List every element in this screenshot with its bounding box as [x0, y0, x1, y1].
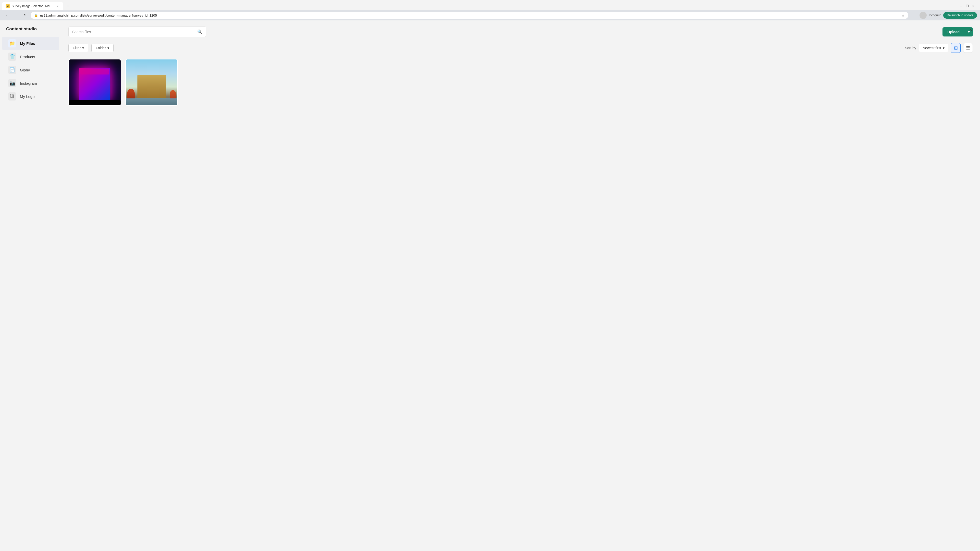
window-controls: – ❐ ×	[959, 4, 978, 8]
app-container: × Content studio 📁 My Files 👕 Products 📄…	[0, 21, 980, 551]
image-card[interactable]	[68, 59, 121, 106]
list-view-button[interactable]: ☰	[963, 43, 973, 53]
folder-chevron-icon: ▾	[107, 46, 109, 50]
toolbar-row: Filter ▾ Folder ▾ Sort by Newest first ▾…	[68, 43, 973, 53]
sidebar-item-giphy[interactable]: 📄 Giphy	[2, 63, 59, 76]
crowd-silhouette	[69, 100, 121, 105]
active-tab[interactable]: M Survey Image Selector | Mailchi... ×	[2, 2, 63, 10]
upload-button[interactable]: Upload	[942, 27, 965, 37]
profile-button[interactable]	[920, 12, 927, 19]
tab-title: Survey Image Selector | Mailchi...	[12, 4, 54, 8]
browser-actions: ⋮ Incognito Relaunch to update	[910, 12, 977, 19]
sidebar-item-products[interactable]: 👕 Products	[2, 50, 59, 63]
instagram-icon: 📷	[8, 79, 16, 87]
night-building	[80, 68, 110, 100]
sidebar-item-label: My Logo	[20, 94, 35, 99]
folder-label: Folder	[96, 46, 106, 50]
grid-icon: ⊞	[954, 45, 958, 51]
content-area: 🔍 Upload ▾ Filter ▾ Folder ▾ Sor	[61, 21, 980, 551]
sort-value: Newest first	[923, 46, 941, 50]
sidebar-item-my-files[interactable]: 📁 My Files	[2, 37, 59, 50]
search-icon: 🔍	[197, 29, 202, 34]
back-button[interactable]: ‹	[3, 12, 10, 19]
image-card[interactable]	[125, 59, 178, 106]
main-layout: Content studio 📁 My Files 👕 Products 📄 G…	[0, 21, 980, 551]
url-text: us21.admin.mailchimp.com/lists/surveys/e…	[40, 14, 899, 17]
sidebar-item-label: Instagram	[20, 81, 37, 86]
filter-button[interactable]: Filter ▾	[68, 44, 88, 52]
products-icon: 👕	[8, 52, 16, 61]
tab-favicon: M	[6, 4, 10, 8]
lock-icon: 🔒	[34, 14, 38, 17]
sort-chevron-icon: ▾	[943, 46, 945, 50]
sidebar-item-label: My Files	[20, 41, 35, 46]
sidebar-item-label: Giphy	[20, 68, 30, 72]
forward-button[interactable]: ›	[12, 12, 19, 19]
list-icon: ☰	[966, 45, 970, 51]
search-row: 🔍 Upload ▾	[68, 27, 973, 37]
maximize-button[interactable]: ❐	[965, 4, 969, 8]
sidebar-item-my-logo[interactable]: 🖼 My Logo	[2, 90, 59, 103]
relaunch-button[interactable]: Relaunch to update	[943, 12, 977, 19]
browser-chrome: M Survey Image Selector | Mailchi... × +…	[0, 0, 980, 21]
extensions-button[interactable]: ⋮	[910, 12, 918, 19]
sort-by-label: Sort by	[905, 46, 916, 50]
image-thumbnail	[126, 59, 178, 105]
sidebar-title: Content studio	[0, 27, 61, 37]
tab-bar: M Survey Image Selector | Mailchi... × +…	[0, 0, 980, 10]
minimize-button[interactable]: –	[959, 4, 963, 8]
tree-left	[127, 89, 135, 99]
refresh-button[interactable]: ↻	[21, 12, 29, 19]
search-box[interactable]: 🔍	[68, 27, 206, 37]
address-bar-row: ‹ › ↻ 🔒 us21.admin.mailchimp.com/lists/s…	[0, 10, 980, 21]
temple-building	[137, 75, 165, 98]
bookmark-icon[interactable]: ☆	[901, 13, 905, 17]
sort-group: Sort by Newest first ▾ ⊞ ☰	[905, 43, 973, 53]
sidebar-item-label: Products	[20, 55, 35, 59]
incognito-label: Incognito	[929, 14, 941, 17]
address-bar[interactable]: 🔒 us21.admin.mailchimp.com/lists/surveys…	[30, 12, 908, 19]
new-tab-button[interactable]: +	[64, 3, 72, 10]
image-grid	[68, 59, 973, 106]
my-logo-icon: 🖼	[8, 92, 16, 100]
sort-select[interactable]: Newest first ▾	[919, 44, 948, 52]
grid-view-button[interactable]: ⊞	[951, 43, 961, 53]
sidebar-item-instagram[interactable]: 📷 Instagram	[2, 76, 59, 90]
filter-label: Filter	[73, 46, 81, 50]
modal-close-button[interactable]: ×	[966, 25, 975, 34]
search-input[interactable]	[72, 30, 195, 34]
filter-chevron-icon: ▾	[82, 46, 84, 50]
folder-button[interactable]: Folder ▾	[91, 44, 114, 52]
tab-close-button[interactable]: ×	[56, 4, 60, 8]
giphy-icon: 📄	[8, 66, 16, 74]
my-files-icon: 📁	[8, 39, 16, 48]
temple-water	[126, 98, 178, 105]
image-thumbnail	[69, 59, 121, 105]
sidebar: Content studio 📁 My Files 👕 Products 📄 G…	[0, 21, 61, 551]
window-close-button[interactable]: ×	[971, 4, 975, 8]
